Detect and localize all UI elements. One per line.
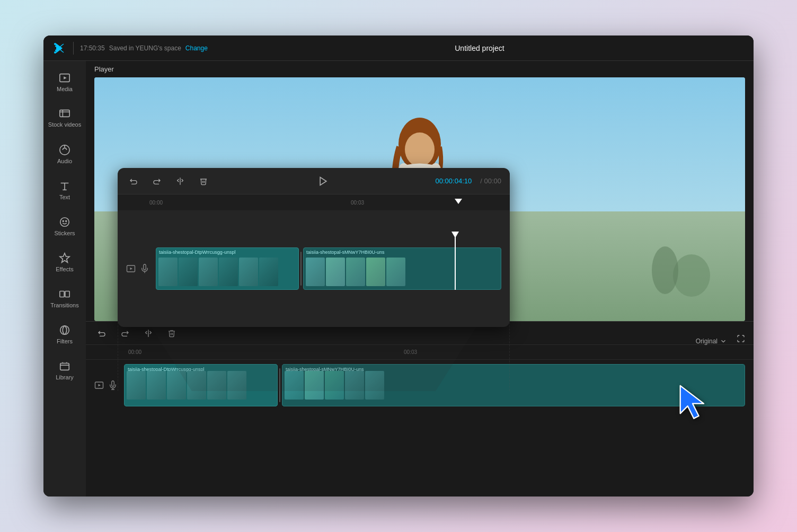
svg-rect-18 (60, 291, 64, 297)
audio-icon (59, 144, 70, 156)
clip-thumb (345, 371, 364, 400)
sidebar-label-stickers: Stickers (54, 230, 75, 236)
zoom-clip-1[interactable]: taisiia-shestopal-DtpWrrcusgg-unspl (156, 247, 299, 290)
track-video-icon[interactable] (94, 380, 104, 390)
svg-point-2 (54, 43, 56, 45)
sidebar-item-transitions[interactable]: Transitions (46, 281, 84, 315)
zoom-ruler-mark-1: 00:03 (351, 200, 364, 206)
svg-marker-38 (320, 177, 326, 185)
delete-button[interactable] (164, 326, 179, 341)
chevron-down-icon (720, 338, 727, 345)
zoom-thumb (158, 258, 178, 286)
clip-thumb (127, 371, 146, 400)
zoom-video-icon (126, 264, 136, 273)
redo-button[interactable] (118, 326, 132, 341)
svg-marker-34 (99, 384, 101, 387)
ruler-mark-1: 00:03 (404, 349, 417, 355)
svg-marker-5 (64, 76, 67, 79)
zoom-ruler-mark-0: 00:00 (149, 200, 163, 206)
zoom-clip-2[interactable]: taisiia-shestopal-sMNwY7HBI0U-uns (303, 247, 501, 290)
svg-point-31 (652, 246, 678, 294)
sidebar-item-audio[interactable]: Audio (46, 137, 84, 171)
track-controls (94, 380, 118, 390)
app-window: 17:50:35 Saved in YEUNG's space Change U… (43, 36, 754, 496)
sidebar-label-media: Media (57, 86, 73, 92)
clip-2-thumbnails (282, 365, 386, 406)
sidebar: Media Stock videos Audio (43, 61, 86, 496)
svg-point-3 (54, 51, 56, 54)
zoom-play-button[interactable] (315, 173, 332, 190)
transitions-icon (59, 288, 70, 300)
saved-text: Saved in YEUNG's space (109, 45, 181, 52)
zoom-undo-button[interactable] (126, 174, 141, 189)
ruler-mark-0: 00:00 (128, 349, 141, 355)
zoom-playhead (455, 232, 456, 290)
sidebar-item-library[interactable]: Library (46, 353, 84, 387)
zoom-thumb (219, 258, 238, 286)
project-title: Untitled project (214, 44, 745, 52)
zoom-split-button[interactable] (173, 174, 188, 189)
timeline-track-area: taisiia-shestopal-DtpWrrcusgg-unspl (86, 360, 754, 411)
fullscreen-icon (737, 334, 745, 343)
svg-rect-19 (65, 291, 69, 297)
zoom-popup-toolbar: 00:00:04:10 / 00:00 (118, 168, 510, 194)
clip-thumb (187, 371, 206, 400)
zoom-audio-icon (140, 264, 149, 273)
zoom-clip-1-label: taisiia-shestopal-DtpWrrcusgg-unspl (159, 250, 235, 255)
zoom-thumb (239, 258, 258, 286)
change-button[interactable]: Change (185, 45, 208, 52)
library-icon (59, 360, 70, 372)
media-icon (59, 72, 70, 84)
sidebar-item-stock[interactable]: Stock videos (46, 101, 84, 135)
sidebar-item-stickers[interactable]: Stickers (46, 209, 84, 243)
stickers-icon (59, 216, 70, 228)
zoom-thumb (346, 258, 365, 286)
timestamp: 17:50:35 (80, 45, 105, 52)
timeline-clip-1[interactable]: taisiia-shestopal-DtpWrrcusgg-unspl (124, 364, 278, 406)
sidebar-label-audio: Audio (57, 158, 72, 164)
svg-point-16 (66, 220, 67, 221)
sidebar-label-library: Library (56, 374, 74, 380)
header-divider (73, 42, 74, 55)
sidebar-item-media[interactable]: Media (46, 65, 84, 99)
stock-icon (59, 108, 70, 119)
zoom-ruler: 00:00 00:03 (118, 194, 510, 210)
sidebar-item-filters[interactable]: Filters (46, 317, 84, 351)
zoom-thumb (326, 258, 345, 286)
clip-thumb (365, 371, 384, 400)
split-button[interactable] (141, 326, 156, 341)
original-label: Original (696, 338, 718, 345)
svg-marker-40 (130, 268, 133, 270)
cursor-arrow (674, 383, 711, 422)
main-content: Media Stock videos Audio (43, 61, 754, 496)
clip-thumb (147, 371, 166, 400)
text-icon (59, 180, 70, 192)
header-info: 17:50:35 Saved in YEUNG's space Change (80, 45, 208, 52)
zoom-redo-button[interactable] (149, 174, 164, 189)
svg-marker-17 (60, 253, 69, 262)
sidebar-item-text[interactable]: Text (46, 173, 84, 207)
original-dropdown[interactable]: Original (696, 338, 727, 345)
fullscreen-button[interactable] (737, 334, 745, 345)
sidebar-label-text: Text (59, 194, 70, 200)
app-logo (52, 41, 67, 56)
svg-point-24 (405, 132, 435, 166)
zoom-thumb (179, 258, 198, 286)
svg-rect-22 (60, 363, 69, 370)
background-foliage-right (617, 233, 713, 297)
player-label: Player (86, 61, 754, 77)
zoom-thumb (386, 258, 405, 286)
clip-thumb (227, 371, 246, 400)
track-audio-icon[interactable] (108, 380, 118, 390)
zoom-total-time: / 00:00 (480, 177, 501, 185)
zoom-delete-button[interactable] (196, 174, 211, 189)
zoom-clips: taisiia-shestopal-DtpWrrcusgg-unspl (156, 247, 501, 290)
svg-point-14 (60, 218, 69, 227)
clip-thumb (207, 371, 226, 400)
header: 17:50:35 Saved in YEUNG's space Change U… (43, 36, 754, 61)
sidebar-item-effects[interactable]: Effects (46, 245, 84, 279)
sidebar-label-transitions: Transitions (50, 302, 78, 308)
svg-point-15 (63, 220, 64, 221)
clip-split-point (278, 364, 282, 406)
undo-button[interactable] (94, 326, 109, 341)
